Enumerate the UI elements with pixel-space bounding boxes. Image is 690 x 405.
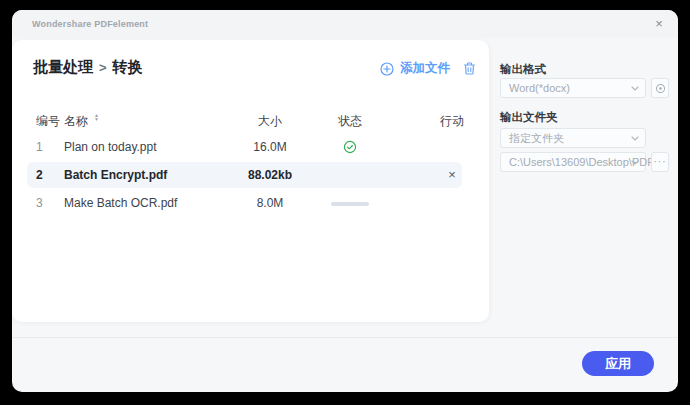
column-header-size: 大小 (218, 113, 322, 130)
file-name: Batch Encrypt.pdf (64, 168, 167, 182)
output-folder-path-select[interactable]: C:\Users\13609\Desktop\PDF... (500, 152, 646, 172)
column-header-action: 行动 (422, 113, 482, 130)
gear-icon (655, 83, 666, 94)
close-icon[interactable]: × (650, 15, 668, 33)
file-name: Make Batch OCR.pdf (64, 196, 177, 210)
plus-circle-icon (380, 62, 394, 76)
format-settings-button[interactable] (651, 78, 669, 98)
remove-x-icon[interactable]: × (448, 167, 456, 182)
title-bar: Wondershare PDFelement × (12, 10, 678, 38)
screen-background: Wondershare PDFelement × 批量处理>转换 添加文件 (0, 0, 690, 405)
output-format-value: Word(*docx) (509, 82, 570, 94)
output-format-select[interactable]: Word(*docx) (500, 78, 646, 98)
progress-bar (320, 194, 380, 208)
table-row[interactable]: 1 Plan on today.ppt 16.0M (12, 134, 490, 160)
add-file-label: 添加文件 (400, 60, 450, 77)
list-actions: 添加文件 (380, 60, 477, 77)
output-folder-mode-value: 指定文件夹 (509, 132, 564, 144)
footer-divider (12, 337, 678, 338)
remove-file-button[interactable]: × (422, 168, 482, 182)
chevron-down-icon (631, 136, 639, 141)
output-folder-mode-select[interactable]: 指定文件夹 (500, 128, 646, 148)
file-size: 16.0M (218, 140, 322, 154)
breadcrumb-batch-process[interactable]: 批量处理 (33, 58, 93, 75)
output-folder-label: 输出文件夹 (500, 110, 558, 125)
table-header: 编号 名称 ▲▼ 大小 状态 行动 (12, 113, 490, 129)
output-format-label: 输出格式 (500, 62, 546, 77)
column-header-name: 名称 (64, 113, 88, 130)
app-window: Wondershare PDFelement × 批量处理>转换 添加文件 (12, 10, 678, 392)
breadcrumb-separator: > (99, 60, 107, 75)
breadcrumb-convert: 转换 (113, 58, 143, 75)
column-header-status: 状态 (320, 113, 380, 130)
add-file-button[interactable]: 添加文件 (380, 60, 450, 77)
file-size: 8.0M (218, 196, 322, 210)
status-success-icon (320, 140, 380, 154)
ellipsis-icon: ··· (654, 153, 667, 171)
sort-icon[interactable]: ▲▼ (94, 113, 99, 121)
chevron-down-icon (631, 160, 639, 165)
row-number: 2 (36, 168, 62, 182)
row-number: 1 (36, 140, 62, 154)
window-title: Wondershare PDFelement (32, 19, 148, 29)
row-number: 3 (36, 196, 62, 210)
table-row[interactable]: 3 Make Batch OCR.pdf 8.0M (12, 190, 490, 216)
file-size: 88.02kb (218, 168, 322, 182)
apply-button[interactable]: 应用 (582, 351, 654, 376)
chevron-down-icon (631, 86, 639, 91)
file-list-panel: 批量处理>转换 添加文件 (12, 40, 490, 322)
table-row-selected[interactable]: 2 Batch Encrypt.pdf 88.02kb × (12, 162, 490, 188)
file-name: Plan on today.ppt (64, 140, 157, 154)
browse-folder-button[interactable]: ··· (651, 152, 669, 172)
column-header-no: 编号 (36, 113, 62, 130)
breadcrumb: 批量处理>转换 (33, 58, 143, 77)
trash-icon[interactable] (462, 61, 477, 76)
